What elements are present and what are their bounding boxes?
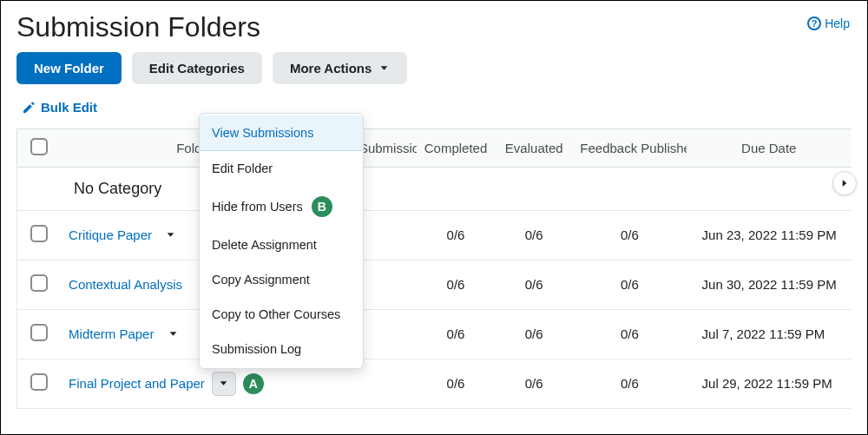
- table-row: Contextual Analysis 0/6 0/6 0/6 Jun 30, …: [16, 260, 852, 310]
- column-completed: Completed: [417, 129, 495, 168]
- menu-delete-assignment[interactable]: Delete Assignment: [200, 227, 363, 262]
- chevron-down-icon: [168, 328, 179, 339]
- table-row: Final Project and Paper A 0/6 0/6 0/6 Ju…: [16, 359, 852, 409]
- folder-link[interactable]: Critique Paper: [69, 227, 152, 242]
- row-checkbox[interactable]: [30, 225, 48, 242]
- menu-view-submissions[interactable]: View Submissions: [200, 115, 363, 151]
- chevron-down-icon: [378, 63, 390, 74]
- menu-copy-to-other-courses[interactable]: Copy to Other Courses: [200, 297, 363, 332]
- menu-submission-log[interactable]: Submission Log: [200, 332, 363, 366]
- pencil-icon: [22, 101, 36, 115]
- cell-due: Jul 29, 2022 11:59 PM: [687, 359, 852, 409]
- row-actions-toggle[interactable]: [161, 322, 185, 346]
- row-checkbox[interactable]: [30, 324, 48, 341]
- submissions-table: Folder New Submissions Completed Evaluat…: [16, 129, 852, 409]
- cell-due: Jun 30, 2022 11:59 PM: [687, 260, 852, 310]
- chevron-right-icon: [838, 177, 851, 189]
- select-all-header: [16, 129, 60, 168]
- menu-hide-from-users[interactable]: Hide from Users B: [200, 186, 363, 227]
- row-actions-menu: View Submissions Edit Folder Hide from U…: [199, 113, 364, 369]
- help-label: Help: [825, 16, 850, 30]
- annotation-badge-a: A: [243, 373, 264, 394]
- cell-evaluated: 0/6: [495, 359, 573, 409]
- cell-evaluated: 0/6: [495, 260, 573, 310]
- category-name: No Category: [60, 168, 852, 211]
- help-icon: ?: [807, 16, 821, 30]
- row-checkbox[interactable]: [30, 373, 48, 391]
- cell-completed: 0/6: [417, 260, 495, 310]
- column-due-date: Due Date: [687, 129, 852, 168]
- row-checkbox[interactable]: [30, 274, 48, 292]
- folder-link[interactable]: Final Project and Paper: [69, 376, 205, 391]
- annotation-badge-b: B: [312, 196, 332, 217]
- cell-completed: 0/6: [417, 310, 495, 359]
- menu-copy-assignment[interactable]: Copy Assignment: [200, 262, 363, 297]
- cell-feedback: 0/6: [573, 310, 686, 359]
- folder-link[interactable]: Midterm Paper: [69, 326, 154, 341]
- folder-link[interactable]: Contextual Analysis: [69, 277, 182, 292]
- table-row: Critique Paper 0/6 0/6 0/6 Jun 23, 2022 …: [16, 211, 852, 260]
- cell-due: Jul 7, 2022 11:59 PM: [687, 310, 852, 359]
- column-evaluated: Evaluated: [495, 129, 573, 168]
- menu-hide-label: Hide from Users: [212, 200, 303, 214]
- bulk-edit-label: Bulk Edit: [41, 100, 97, 115]
- cell-feedback: 0/6: [573, 359, 686, 409]
- row-actions-toggle[interactable]: [212, 372, 236, 396]
- new-folder-button[interactable]: New Folder: [16, 52, 122, 84]
- column-feedback-published: Feedback Published: [573, 129, 686, 168]
- table-header-row: Folder New Submissions Completed Evaluat…: [16, 129, 852, 168]
- edit-categories-button[interactable]: Edit Categories: [132, 52, 262, 84]
- bulk-edit-link[interactable]: Bulk Edit: [22, 100, 97, 115]
- table-row: Midterm Paper 0/6 0/6 0/6 Jul 7, 2022 11…: [16, 310, 852, 359]
- cell-evaluated: 0/6: [495, 310, 573, 359]
- row-actions-toggle[interactable]: [159, 223, 183, 247]
- page-title: Submission Folders: [16, 11, 260, 43]
- category-row: No Category: [16, 168, 852, 211]
- cell-feedback: 0/6: [573, 260, 686, 310]
- chevron-down-icon: [165, 229, 176, 241]
- more-actions-label: More Actions: [290, 61, 372, 76]
- cell-completed: 0/6: [417, 211, 495, 260]
- cell-completed: 0/6: [417, 359, 495, 409]
- scroll-right-button[interactable]: [832, 171, 857, 195]
- cell-evaluated: 0/6: [495, 211, 573, 260]
- select-all-checkbox[interactable]: [30, 138, 48, 155]
- cell-due: Jun 23, 2022 11:59 PM: [687, 211, 852, 260]
- help-link[interactable]: ? Help: [807, 16, 850, 30]
- menu-edit-folder[interactable]: Edit Folder: [200, 151, 363, 186]
- chevron-down-icon: [218, 378, 229, 389]
- cell-feedback: 0/6: [573, 211, 686, 260]
- toolbar: New Folder Edit Categories More Actions: [1, 52, 867, 100]
- more-actions-button[interactable]: More Actions: [273, 52, 407, 84]
